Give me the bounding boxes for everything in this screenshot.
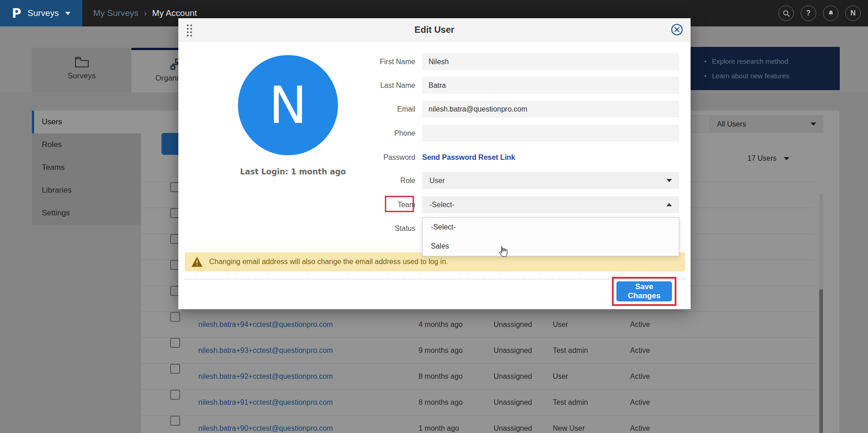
caret-up-icon xyxy=(666,203,672,206)
password-label: Password xyxy=(324,149,415,166)
screen: P Surveys My Surveys › My Account ? N xyxy=(0,0,868,433)
status-label: Status xyxy=(324,220,415,237)
warning-text: Changing email address will also change … xyxy=(209,258,448,266)
team-dropdown-menu: -Select- Sales xyxy=(422,217,679,256)
modal-header: Edit User xyxy=(178,18,691,41)
chevron-down-icon xyxy=(65,12,71,15)
questionpro-logo-icon: P xyxy=(12,6,21,21)
team-option-select[interactable]: -Select- xyxy=(423,218,679,237)
team-select[interactable]: -Select- xyxy=(422,196,679,213)
help-button[interactable]: ? xyxy=(801,5,816,21)
help-icon: ? xyxy=(806,9,811,17)
user-avatar: N xyxy=(238,55,338,155)
bell-icon xyxy=(827,10,835,17)
breadcrumb-my-surveys[interactable]: My Surveys xyxy=(93,8,138,18)
product-menu[interactable]: P Surveys xyxy=(0,0,82,26)
warning-icon xyxy=(191,256,203,267)
last-name-label: Last Name xyxy=(324,77,415,94)
send-password-reset-link[interactable]: Send Password Reset Link xyxy=(422,149,515,166)
email-field[interactable] xyxy=(422,101,679,117)
role-value: User xyxy=(429,177,445,185)
caret-down-icon xyxy=(666,179,672,182)
first-name-field[interactable] xyxy=(422,53,679,70)
notifications-button[interactable] xyxy=(823,5,838,21)
close-icon[interactable] xyxy=(671,23,683,36)
team-value: -Select- xyxy=(429,201,454,209)
save-changes-button[interactable]: Save Changes xyxy=(616,281,672,301)
navbar-actions: ? N xyxy=(778,5,861,21)
avatar-initial: N xyxy=(850,9,856,17)
first-name-label: First Name xyxy=(324,53,415,70)
role-select[interactable]: User xyxy=(422,172,679,189)
last-name-field[interactable] xyxy=(422,77,679,94)
user-avatar-button[interactable]: N xyxy=(845,5,861,21)
product-menu-label: Surveys xyxy=(28,8,59,18)
edit-user-modal: Edit User N Last Login: 1 month ago Firs… xyxy=(178,18,691,309)
drag-handle-icon[interactable] xyxy=(186,24,193,36)
role-label: Role xyxy=(324,172,415,189)
footer-separator xyxy=(185,279,685,280)
modal-title: Edit User xyxy=(178,18,691,41)
search-button[interactable] xyxy=(778,5,794,21)
search-icon xyxy=(782,10,790,17)
phone-label: Phone xyxy=(324,125,415,142)
mouse-cursor-icon xyxy=(497,245,509,259)
team-option-sales[interactable]: Sales xyxy=(423,237,679,256)
breadcrumb-separator: › xyxy=(144,8,146,18)
breadcrumb-current: My Account xyxy=(152,8,197,18)
phone-field[interactable] xyxy=(422,125,679,142)
avatar-letter: N xyxy=(269,76,307,135)
team-highlight-box xyxy=(385,196,414,212)
email-label: Email xyxy=(324,101,415,117)
